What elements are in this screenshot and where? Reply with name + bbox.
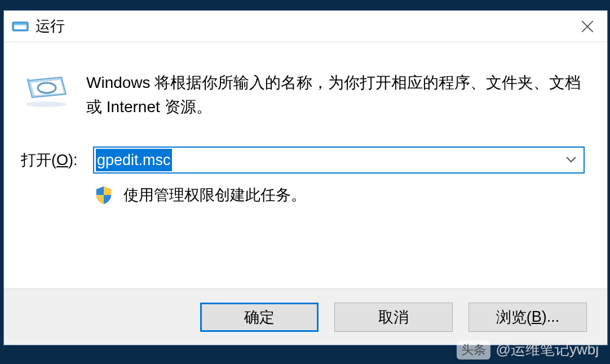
run-large-icon xyxy=(21,69,72,109)
open-label: 打开(O): xyxy=(21,150,83,170)
description-text: Windows 将根据你所输入的名称，为你打开相应的程序、文件夹、文档或 Int… xyxy=(86,69,585,119)
dialog-title: 运行 xyxy=(36,16,568,36)
svg-rect-2 xyxy=(14,24,26,25)
ok-button[interactable]: 确定 xyxy=(200,303,319,332)
shield-icon xyxy=(94,185,113,205)
watermark-text: @运维笔记ywbj xyxy=(496,340,599,359)
close-button[interactable] xyxy=(568,11,607,42)
cancel-button[interactable]: 取消 xyxy=(334,303,453,332)
command-combobox[interactable]: gpedit.msc xyxy=(93,147,585,174)
watermark-badge: 头条 xyxy=(457,340,490,359)
button-bar: 确定 取消 浏览(B)... xyxy=(4,288,607,345)
chevron-down-icon[interactable] xyxy=(565,155,577,165)
svg-point-5 xyxy=(26,101,67,107)
browse-button[interactable]: 浏览(B)... xyxy=(468,303,587,332)
titlebar: 运行 xyxy=(4,11,607,42)
close-icon xyxy=(580,19,595,34)
description-row: Windows 将根据你所输入的名称，为你打开相应的程序、文件夹、文档或 Int… xyxy=(21,69,585,119)
dialog-content: Windows 将根据你所输入的名称，为你打开相应的程序、文件夹、文档或 Int… xyxy=(4,42,607,288)
input-row: 打开(O): gpedit.msc xyxy=(21,147,585,174)
command-input-value: gpedit.msc xyxy=(96,149,172,171)
run-app-icon xyxy=(12,20,29,33)
admin-notice-text: 使用管理权限创建此任务。 xyxy=(123,185,306,205)
admin-notice-row: 使用管理权限创建此任务。 xyxy=(94,185,585,205)
run-dialog: 运行 Windows 将根据你所输入的名称，为你打开相应的程序、文件夹、文档或 … xyxy=(3,10,608,345)
watermark: 头条 @运维笔记ywbj xyxy=(457,340,599,359)
